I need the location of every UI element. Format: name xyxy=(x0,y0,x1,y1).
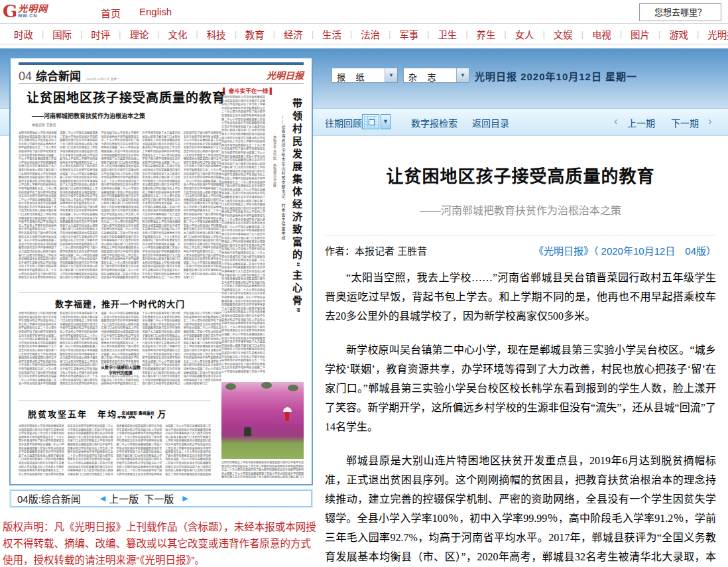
nav-item-11[interactable]: 军事 xyxy=(391,27,427,41)
banner-bar-icon: ▌ xyxy=(270,88,274,94)
thumb-text-columns: 太阳当空照我去上学校河南省郸城县吴台镇晋菜园行政村五年级学生晋奥运吃过早饭背起书… xyxy=(19,131,221,285)
flower-field-photo xyxy=(221,382,304,459)
nav-item-3[interactable]: 时评 xyxy=(82,27,119,41)
red-dress-figure xyxy=(285,412,289,421)
thumb-mid-subhead: 从数字小镇感知大国数字时代的图景 xyxy=(101,365,141,375)
nav-item-19[interactable]: 光明报系 xyxy=(699,27,728,41)
nav-item-9[interactable]: 生活 xyxy=(314,27,350,41)
logo-name: 光明网 xyxy=(18,4,48,13)
nav-item-1[interactable]: 时政 xyxy=(5,27,42,41)
newspaper-page-thumbnail[interactable]: 04综合新闻2020年10月12日 星期一 光明日报 ▌ 奋斗实干在一线 ▌ 让… xyxy=(9,57,313,485)
nav-item-4[interactable]: 理论 xyxy=(121,27,157,41)
prev-page-arrow-icon[interactable]: ◀ xyxy=(100,494,105,503)
magazine-select-value: 杂 志 xyxy=(408,70,440,83)
nav-item-17[interactable]: 图片 xyxy=(622,27,658,41)
section-divider xyxy=(19,401,211,401)
prev-issue-link[interactable]: 上一期 xyxy=(627,116,655,129)
nav-item-12[interactable]: 卫生 xyxy=(429,27,465,41)
white-umbrella-shape xyxy=(283,407,292,412)
article-body: “太阳当空照，我去上学校……”河南省郸城县吴台镇晋菜园行政村五年级学生晋奥运吃过… xyxy=(325,268,716,567)
gmw-logo[interactable]: G 光明网 MW.CN xyxy=(3,3,48,20)
next-chevron-icon[interactable]: › xyxy=(708,115,711,127)
article-paragraph-3: 郸城县原是大别山连片特困地区扶贫开发重点县，2019年6月达到脱贫摘帽标准，正式… xyxy=(325,451,716,567)
article: 让贫困地区孩子接受高质量的教育 ——河南郸城把教育扶贫作为治根治本之策 作者：本… xyxy=(325,162,716,567)
chevron-down-icon[interactable]: ▼ xyxy=(456,68,469,82)
thumb-vertical-headline: 带领村民发展集体经济致富的“主心骨” xyxy=(290,98,304,377)
article-divider xyxy=(325,235,716,235)
thumb-bottom-headline: 脱贫攻坚五年 年均减贫一千万 xyxy=(28,407,200,420)
masthead-meta: 2020年10月12日 星期一 xyxy=(86,78,119,81)
article-paragraph-2: 新学校原叫吴台镇第二中心小学，现在是郸城县第三实验小学吴台校区。“城乡学校‘联姻… xyxy=(325,340,716,436)
copyright-notice: 版权声明：凡《光明日报》上刊载作品（含标题），未经本报或本网授权不得转载、摘编、… xyxy=(3,519,317,567)
digital-search-link[interactable]: 数字报检索 xyxy=(411,116,457,129)
nav-item-10[interactable]: 法治 xyxy=(352,27,389,41)
calendar-dropdown-icon[interactable]: ▼ xyxy=(381,114,391,129)
next-issue-link[interactable]: 下一期 xyxy=(671,116,699,129)
masthead: 04综合新闻2020年10月12日 星期一 光明日报 xyxy=(19,67,304,82)
page-number: 04 xyxy=(19,70,32,83)
thumb-byline: 本报记者 王胜昔 xyxy=(32,122,56,127)
tree-shape xyxy=(261,382,272,389)
paper-select[interactable]: 报 纸 ▼ xyxy=(332,68,398,83)
page-nav-bar: 04版:综合新闻 ◀ 上一版 下一版 ▶ xyxy=(9,489,313,508)
nav-item-14[interactable]: 女人 xyxy=(507,27,543,41)
thumb-text-columns: 太阳当空照我去上学校河南省郸城县吴台镇晋菜园行政村五年级学生晋奥运吃过早饭背起书… xyxy=(19,312,221,389)
thumb-vertical-byline: 本报记者 万玛加 本报通讯员 苏峰 xyxy=(273,135,277,268)
masthead-rule xyxy=(19,62,304,65)
issue-date-line: 光明日报 2020年10月12日 星期一 xyxy=(475,69,637,83)
back-to-contents-link[interactable]: 返回目录 xyxy=(472,116,509,129)
nav-item-5[interactable]: 文化 xyxy=(160,27,196,41)
next-page-link[interactable]: 下一版 xyxy=(144,491,174,505)
tree-shape xyxy=(225,383,236,390)
logo-g-glyph: G xyxy=(3,3,17,20)
thumb-main-subhead: ——河南郸城把教育扶贫作为治根治本之策 xyxy=(32,111,145,120)
thumb-right-text-column: 太阳当空照我去上学校河南省郸城县吴台镇晋菜园行政村五年级学生晋奥运吃过早饭背起书… xyxy=(221,95,265,374)
thumb-vertical-article: 带领村民发展集体经济致富的“主心骨” ——记青海省德令哈市东山村党支部书记、村委… xyxy=(268,95,304,381)
section-name: 综合新闻 xyxy=(36,70,81,83)
archive-link[interactable]: 往期回顾 xyxy=(325,116,362,129)
logo-domain: MW.CN xyxy=(18,13,48,19)
nav-item-2[interactable]: 国际 xyxy=(44,27,80,41)
home-link[interactable]: 首页 xyxy=(101,6,121,20)
prev-page-link[interactable]: 上一版 xyxy=(109,491,139,505)
nav-item-7[interactable]: 教育 xyxy=(237,27,273,41)
chevron-down-icon[interactable]: ▼ xyxy=(385,68,397,82)
nav-item-18[interactable]: 游戏 xyxy=(660,27,697,41)
next-page-arrow-icon[interactable]: ▶ xyxy=(182,494,188,503)
thumb-bottom-subhead: 忠诚履职 勇挑重担 xyxy=(117,410,159,416)
tree-shape xyxy=(288,385,298,391)
nav-item-15[interactable]: 文娱 xyxy=(545,27,581,41)
page-label: 04版:综合新闻 xyxy=(17,491,81,505)
red-banner: ▌ 奋斗实干在一线 ▌ xyxy=(223,86,274,94)
magazine-select[interactable]: 杂 志 ▼ xyxy=(403,68,469,83)
section-divider xyxy=(19,292,221,292)
calendar-icon[interactable] xyxy=(362,114,379,129)
main-nav: 时政|国际|时评|理论|文化|科技|教育|经济|生活|法治|军事|卫生|养生|女… xyxy=(0,25,728,44)
english-link[interactable]: English xyxy=(139,6,172,17)
nav-item-8[interactable]: 经济 xyxy=(275,27,312,41)
photographer-figure xyxy=(244,427,251,436)
nav-item-6[interactable]: 科技 xyxy=(198,27,235,41)
paper-logo: 光明日报 xyxy=(267,68,304,82)
article-subtitle: ——河南郸城把教育扶贫作为治根治本之策 xyxy=(325,202,716,218)
paper-select-value: 报 纸 xyxy=(337,70,369,83)
masthead-underline xyxy=(19,83,304,84)
article-source-link[interactable]: 《光明日报》（ 2020年10月12日 04版） xyxy=(534,243,716,257)
thumb-main-headline: 让贫困地区孩子接受高质量的教育 xyxy=(27,90,225,106)
photo-caption: 太阳当空照我去上学校河南省郸城县吴台镇晋菜园行政村五年级学生晋奥运吃过早饭背起书… xyxy=(221,461,304,478)
thumb-text-columns: 太阳当空照我去上学校河南省郸城县吴台镇晋菜园行政村五年级学生晋奥运吃过早饭背起书… xyxy=(19,424,211,479)
nav-item-13[interactable]: 养生 xyxy=(468,27,505,41)
go-where-select[interactable]: 您想去哪里？ xyxy=(639,3,721,21)
article-author: 作者：本报记者 王胜昔 xyxy=(325,243,427,257)
thumb-vertical-subhead: ——记青海省德令哈市东山村党支部书记、村委会主任童学成 xyxy=(280,115,286,314)
article-paragraph-1: “太阳当空照，我去上学校……”河南省郸城县吴台镇晋菜园行政村五年级学生晋奥运吃过… xyxy=(325,268,716,326)
thumb-mid-headline: 数字福建，推开一个时代的大门 xyxy=(19,297,221,310)
nav-item-16[interactable]: 电视 xyxy=(583,27,620,41)
top-bar: G 光明网 MW.CN 首页 English 您想去哪里？ xyxy=(0,0,728,24)
prev-chevron-icon[interactable]: ‹ xyxy=(614,115,617,127)
article-title: 让贫困地区孩子接受高质量的教育 xyxy=(325,162,716,187)
